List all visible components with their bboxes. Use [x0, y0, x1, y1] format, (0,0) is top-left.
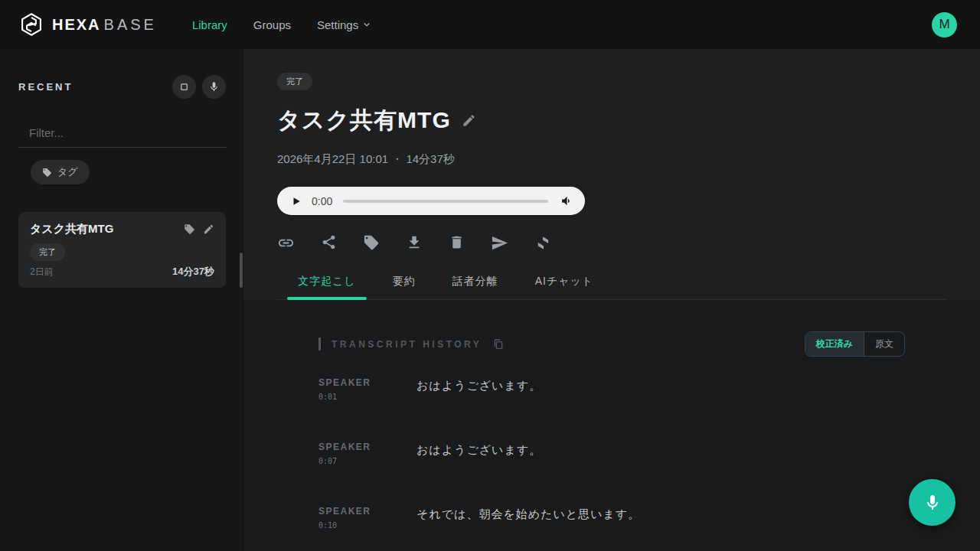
- brand-logo[interactable]: HEXA BASE: [18, 11, 157, 37]
- tab-speaker-separation[interactable]: 話者分離: [442, 275, 509, 299]
- stop-record-button[interactable]: [172, 75, 196, 99]
- transcript-entry: SPEAKER 0:01 おはようございます。: [318, 377, 905, 401]
- body-row: RECENT: [0, 49, 980, 551]
- list-item-duration: 14分37秒: [172, 265, 214, 279]
- toggle-original[interactable]: 原文: [864, 332, 904, 356]
- entry-text: おはようございます。: [416, 442, 541, 465]
- recording-header: 完了 タスク共有MTG 2026年4月22日 10:01 ・ 14分37秒 0:…: [243, 49, 980, 300]
- entry-speaker-column: SPEAKER 0:01: [318, 377, 416, 401]
- sidebar: RECENT: [0, 49, 243, 551]
- user-avatar[interactable]: M: [932, 12, 957, 37]
- share-button[interactable]: [321, 234, 337, 252]
- speaker-label: SPEAKER: [318, 442, 416, 452]
- entry-text: おはようございます。: [416, 377, 541, 401]
- transcript-version-toggle: 校正済み 原文: [805, 331, 905, 357]
- entry-text: それでは、朝会を始めたいと思います。: [416, 506, 640, 530]
- sidebar-actions: [172, 75, 226, 99]
- transcript-entry: SPEAKER 0:07 おはようございます。: [318, 442, 905, 465]
- list-item-title: タスク共有MTG: [30, 222, 184, 236]
- transcript-panel: TRANSCRIPT HISTORY 校正済み 原文 S: [243, 300, 980, 551]
- top-navbar: HEXA BASE Library Groups Settings M: [0, 0, 980, 49]
- download-button[interactable]: [406, 234, 423, 252]
- recording-list-item[interactable]: タスク共有MTG 完了 2日前 14分37秒: [18, 212, 226, 288]
- tab-transcription[interactable]: 文字起こし: [287, 275, 367, 299]
- list-item-age: 2日前: [30, 266, 54, 279]
- audio-player[interactable]: 0:00: [277, 187, 585, 215]
- delete-button[interactable]: [449, 234, 465, 252]
- recording-meta: 2026年4月22日 10:01 ・ 14分37秒: [277, 152, 946, 167]
- tab-bar: 文字起こし 要約 話者分離 AIチャット: [277, 275, 946, 300]
- player-current-time: 0:00: [312, 195, 332, 207]
- download-icon: [406, 234, 423, 252]
- send-button[interactable]: [491, 234, 508, 252]
- player-seek-bar[interactable]: [343, 200, 548, 203]
- nav-settings-label: Settings: [317, 18, 358, 31]
- tab-summary[interactable]: 要約: [382, 275, 426, 299]
- share-icon: [321, 234, 337, 252]
- mic-icon: [923, 494, 942, 512]
- transcript-section-title: TRANSCRIPT HISTORY: [332, 339, 482, 350]
- sidebar-scrollbar[interactable]: [240, 253, 243, 288]
- tag-icon: [363, 234, 380, 252]
- stop-square-icon: [178, 81, 190, 93]
- main-panel: 完了 タスク共有MTG 2026年4月22日 10:01 ・ 14分37秒 0:…: [243, 49, 980, 551]
- entry-speaker-column: SPEAKER 0:10: [318, 506, 416, 530]
- sync-button[interactable]: [534, 234, 552, 252]
- trash-icon: [449, 234, 465, 252]
- volume-icon[interactable]: [560, 194, 573, 207]
- send-icon: [491, 234, 508, 252]
- brand-name-bold: HEXA: [52, 16, 101, 34]
- speaker-label: SPEAKER: [318, 506, 416, 517]
- tag-icon: [42, 168, 52, 178]
- copy-link-button[interactable]: [277, 234, 295, 252]
- mic-icon: [208, 81, 220, 93]
- recent-section-title: RECENT: [18, 81, 73, 93]
- brand-name-light: BASE: [104, 16, 157, 34]
- main-nav: Library Groups Settings: [192, 18, 371, 31]
- list-item-icons: [184, 223, 214, 235]
- status-badge: 完了: [277, 73, 312, 90]
- entry-speaker-column: SPEAKER 0:07: [318, 442, 416, 465]
- actions-toolbar: [277, 234, 946, 252]
- list-item-footer: 2日前 14分37秒: [30, 265, 214, 279]
- tag-button[interactable]: [363, 234, 380, 252]
- entry-timestamp[interactable]: 0:07: [318, 457, 416, 465]
- page-title: タスク共有MTG: [277, 105, 451, 136]
- transcript-entry: SPEAKER 0:10 それでは、朝会を始めたいと思います。: [318, 506, 905, 530]
- tag-filter-label: タグ: [57, 165, 78, 179]
- entry-timestamp[interactable]: 0:10: [318, 521, 416, 530]
- list-item-header: タスク共有MTG: [30, 222, 214, 236]
- chevron-down-icon: [362, 20, 371, 29]
- nav-library[interactable]: Library: [192, 18, 227, 31]
- toggle-proofread[interactable]: 校正済み: [805, 332, 864, 356]
- speaker-label: SPEAKER: [318, 377, 416, 388]
- transcript-header: TRANSCRIPT HISTORY 校正済み 原文: [318, 331, 905, 357]
- sidebar-header: RECENT: [18, 75, 226, 99]
- entry-timestamp[interactable]: 0:01: [318, 393, 416, 401]
- hexabase-logo-icon: [18, 11, 44, 37]
- record-fab-button[interactable]: [909, 479, 956, 526]
- app-root: HEXA BASE Library Groups Settings M RECE…: [0, 0, 980, 551]
- edit-title-icon[interactable]: [462, 113, 476, 128]
- record-mic-button[interactable]: [202, 75, 226, 99]
- status-badge: 完了: [30, 243, 65, 261]
- nav-groups[interactable]: Groups: [253, 18, 291, 31]
- nav-settings[interactable]: Settings: [317, 18, 371, 31]
- tab-ai-chat[interactable]: AIチャット: [524, 275, 605, 299]
- section-accent-bar: [318, 337, 321, 350]
- filter-input[interactable]: [18, 120, 227, 148]
- copy-link-icon: [277, 234, 295, 252]
- edit-pencil-icon[interactable]: [203, 223, 214, 235]
- copy-transcript-button[interactable]: [492, 338, 505, 350]
- transcript-title-group: TRANSCRIPT HISTORY: [318, 337, 505, 350]
- title-row: タスク共有MTG: [277, 105, 946, 136]
- sync-icon: [534, 234, 552, 252]
- tag-icon[interactable]: [184, 223, 195, 235]
- copy-icon: [492, 338, 505, 350]
- play-icon[interactable]: [291, 196, 302, 207]
- tag-filter-button[interactable]: タグ: [31, 160, 90, 184]
